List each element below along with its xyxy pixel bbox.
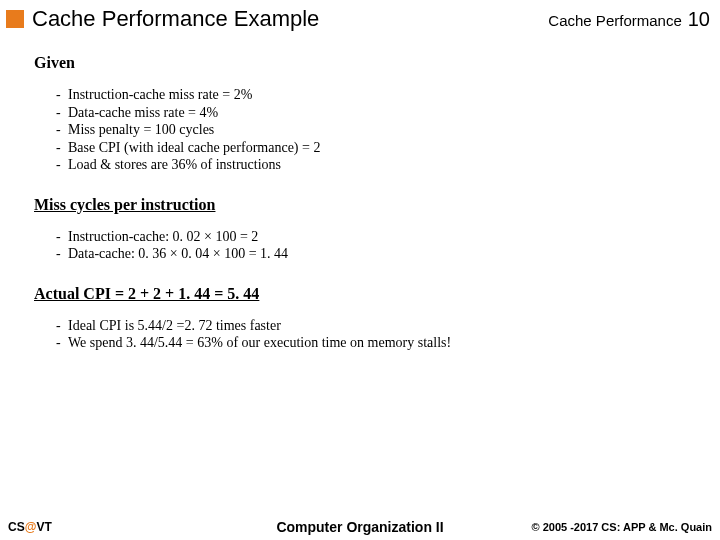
- list-item: Instruction-cache: 0. 02 × 100 = 2: [56, 228, 690, 246]
- actual-heading: Actual CPI = 2 + 2 + 1. 44 = 5. 44: [34, 285, 690, 303]
- miss-heading: Miss cycles per instruction: [34, 196, 690, 214]
- list-item: Data-cache miss rate = 4%: [56, 104, 690, 122]
- page-number: 10: [688, 8, 710, 31]
- slide-title: Cache Performance Example: [32, 6, 548, 32]
- list-item: We spend 3. 44/5.44 = 63% of our executi…: [56, 334, 690, 352]
- footer-right: © 2005 -2017 CS: APP & Mc. Quain: [531, 521, 712, 533]
- header-topic: Cache Performance: [548, 12, 681, 29]
- slide-footer: CS@VT Computer Organization II © 2005 -2…: [0, 520, 720, 534]
- actual-list: Ideal CPI is 5.44/2 =2. 72 times faster …: [34, 317, 690, 352]
- list-item: Miss penalty = 100 cycles: [56, 121, 690, 139]
- list-item: Base CPI (with ideal cache performance) …: [56, 139, 690, 157]
- slide-header: Cache Performance Example Cache Performa…: [0, 0, 720, 36]
- list-item: Instruction-cache miss rate = 2%: [56, 86, 690, 104]
- footer-vt: VT: [36, 520, 51, 534]
- footer-at: @: [25, 520, 37, 534]
- list-item: Data-cache: 0. 36 × 0. 04 × 100 = 1. 44: [56, 245, 690, 263]
- footer-left: CS@VT: [8, 520, 52, 534]
- accent-square-icon: [6, 10, 24, 28]
- miss-list: Instruction-cache: 0. 02 × 100 = 2 Data-…: [34, 228, 690, 263]
- given-heading: Given: [34, 54, 690, 72]
- footer-cs: CS: [8, 520, 25, 534]
- given-list: Instruction-cache miss rate = 2% Data-ca…: [34, 86, 690, 174]
- header-right: Cache Performance 10: [548, 8, 710, 31]
- slide-content: Given Instruction-cache miss rate = 2% D…: [0, 36, 720, 352]
- list-item: Load & stores are 36% of instructions: [56, 156, 690, 174]
- list-item: Ideal CPI is 5.44/2 =2. 72 times faster: [56, 317, 690, 335]
